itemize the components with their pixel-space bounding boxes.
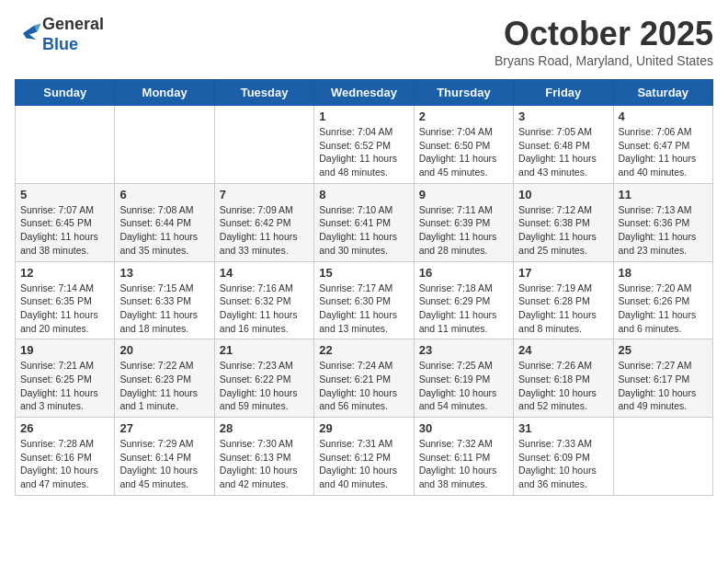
- day-info: Sunrise: 7:07 AM Sunset: 6:45 PM Dayligh…: [20, 203, 109, 258]
- calendar-day-cell: 30Sunrise: 7:32 AM Sunset: 6:11 PM Dayli…: [414, 418, 513, 496]
- day-number: 6: [119, 188, 209, 201]
- weekday-header: Friday: [514, 80, 613, 106]
- day-info: Sunrise: 7:17 AM Sunset: 6:30 PM Dayligh…: [319, 282, 408, 336]
- calendar-day-cell: 22Sunrise: 7:24 AM Sunset: 6:21 PM Dayli…: [314, 339, 414, 418]
- calendar-week-row: 1Sunrise: 7:04 AM Sunset: 6:52 PM Daylig…: [16, 106, 713, 184]
- calendar-day-cell: 14Sunrise: 7:16 AM Sunset: 6:32 PM Dayli…: [214, 261, 313, 339]
- day-info: Sunrise: 7:30 AM Sunset: 6:13 PM Dayligh…: [220, 437, 309, 491]
- calendar-day-cell: 6Sunrise: 7:08 AM Sunset: 6:44 PM Daylig…: [115, 183, 214, 261]
- day-number: 20: [119, 343, 209, 357]
- day-info: Sunrise: 7:10 AM Sunset: 6:41 PM Dayligh…: [319, 203, 408, 258]
- day-number: 30: [419, 421, 508, 435]
- weekday-header: Sunday: [16, 80, 115, 106]
- weekday-header: Saturday: [613, 80, 712, 106]
- day-number: 26: [20, 421, 109, 435]
- weekday-header: Tuesday: [214, 80, 313, 106]
- day-number: 28: [220, 421, 309, 435]
- calendar-week-row: 12Sunrise: 7:14 AM Sunset: 6:35 PM Dayli…: [16, 261, 713, 339]
- day-number: 9: [419, 188, 508, 201]
- day-number: 21: [220, 343, 309, 357]
- calendar-table: SundayMondayTuesdayWednesdayThursdayFrid…: [15, 79, 713, 496]
- day-info: Sunrise: 7:27 AM Sunset: 6:17 PM Dayligh…: [619, 359, 708, 413]
- day-info: Sunrise: 7:12 AM Sunset: 6:38 PM Dayligh…: [518, 203, 608, 258]
- calendar-day-cell: 27Sunrise: 7:29 AM Sunset: 6:14 PM Dayli…: [115, 418, 214, 496]
- day-number: 23: [419, 343, 508, 357]
- weekday-header: Wednesday: [314, 80, 414, 106]
- day-number: 2: [419, 109, 508, 123]
- calendar-day-cell: 5Sunrise: 7:07 AM Sunset: 6:45 PM Daylig…: [16, 183, 115, 261]
- calendar-day-cell: 9Sunrise: 7:11 AM Sunset: 6:39 PM Daylig…: [414, 183, 513, 261]
- calendar-day-cell: 11Sunrise: 7:13 AM Sunset: 6:36 PM Dayli…: [613, 183, 712, 261]
- day-info: Sunrise: 7:15 AM Sunset: 6:33 PM Dayligh…: [119, 282, 209, 336]
- day-info: Sunrise: 7:31 AM Sunset: 6:12 PM Dayligh…: [319, 437, 408, 491]
- calendar-day-cell: 13Sunrise: 7:15 AM Sunset: 6:33 PM Dayli…: [115, 261, 214, 339]
- day-info: Sunrise: 7:19 AM Sunset: 6:28 PM Dayligh…: [518, 282, 608, 336]
- day-info: Sunrise: 7:04 AM Sunset: 6:50 PM Dayligh…: [419, 125, 508, 179]
- calendar-day-cell: 25Sunrise: 7:27 AM Sunset: 6:17 PM Dayli…: [613, 339, 712, 418]
- calendar-day-cell: 31Sunrise: 7:33 AM Sunset: 6:09 PM Dayli…: [514, 418, 613, 496]
- day-info: Sunrise: 7:24 AM Sunset: 6:21 PM Dayligh…: [319, 359, 408, 413]
- day-info: Sunrise: 7:28 AM Sunset: 6:16 PM Dayligh…: [20, 437, 109, 491]
- day-info: Sunrise: 7:23 AM Sunset: 6:22 PM Dayligh…: [220, 359, 309, 413]
- day-info: Sunrise: 7:21 AM Sunset: 6:25 PM Dayligh…: [20, 359, 109, 413]
- day-info: Sunrise: 7:33 AM Sunset: 6:09 PM Dayligh…: [518, 437, 608, 491]
- calendar-day-cell: 4Sunrise: 7:06 AM Sunset: 6:47 PM Daylig…: [613, 106, 712, 184]
- day-number: 14: [220, 266, 309, 280]
- day-number: 11: [619, 188, 708, 201]
- calendar-day-cell: 2Sunrise: 7:04 AM Sunset: 6:50 PM Daylig…: [414, 106, 513, 184]
- day-info: Sunrise: 7:25 AM Sunset: 6:19 PM Dayligh…: [419, 359, 508, 413]
- day-number: 29: [319, 421, 408, 435]
- day-info: Sunrise: 7:08 AM Sunset: 6:44 PM Dayligh…: [119, 203, 209, 258]
- day-number: 5: [20, 188, 109, 201]
- day-number: 31: [518, 421, 608, 435]
- day-number: 16: [419, 266, 508, 280]
- day-number: 25: [619, 343, 708, 357]
- day-number: 4: [619, 109, 708, 123]
- calendar-day-cell: 23Sunrise: 7:25 AM Sunset: 6:19 PM Dayli…: [414, 339, 513, 418]
- day-number: 18: [619, 266, 708, 280]
- calendar-week-row: 5Sunrise: 7:07 AM Sunset: 6:45 PM Daylig…: [16, 183, 713, 261]
- calendar-day-cell: 24Sunrise: 7:26 AM Sunset: 6:18 PM Dayli…: [514, 339, 613, 418]
- day-info: Sunrise: 7:06 AM Sunset: 6:47 PM Dayligh…: [619, 125, 708, 179]
- day-number: 13: [119, 266, 209, 280]
- day-info: Sunrise: 7:18 AM Sunset: 6:29 PM Dayligh…: [419, 282, 508, 336]
- logo-text: General Blue: [42, 15, 104, 54]
- day-number: 15: [319, 266, 408, 280]
- calendar-day-cell: 3Sunrise: 7:05 AM Sunset: 6:48 PM Daylig…: [514, 106, 613, 184]
- calendar-week-row: 19Sunrise: 7:21 AM Sunset: 6:25 PM Dayli…: [16, 339, 713, 418]
- calendar-day-cell: 29Sunrise: 7:31 AM Sunset: 6:12 PM Dayli…: [314, 418, 414, 496]
- day-info: Sunrise: 7:05 AM Sunset: 6:48 PM Dayligh…: [518, 125, 608, 179]
- day-info: Sunrise: 7:29 AM Sunset: 6:14 PM Dayligh…: [119, 437, 209, 491]
- day-number: 12: [20, 266, 109, 280]
- day-number: 8: [319, 188, 408, 201]
- weekday-header: Monday: [115, 80, 214, 106]
- logo: General Blue: [15, 15, 104, 54]
- day-number: 3: [518, 109, 608, 123]
- day-info: Sunrise: 7:11 AM Sunset: 6:39 PM Dayligh…: [419, 203, 508, 258]
- day-number: 22: [319, 343, 408, 357]
- day-number: 24: [518, 343, 608, 357]
- day-info: Sunrise: 7:14 AM Sunset: 6:35 PM Dayligh…: [20, 282, 109, 336]
- calendar-week-row: 26Sunrise: 7:28 AM Sunset: 6:16 PM Dayli…: [16, 418, 713, 496]
- day-number: 19: [20, 343, 109, 357]
- day-info: Sunrise: 7:16 AM Sunset: 6:32 PM Dayligh…: [220, 282, 309, 336]
- calendar-day-cell: 10Sunrise: 7:12 AM Sunset: 6:38 PM Dayli…: [514, 183, 613, 261]
- day-number: 17: [518, 266, 608, 280]
- calendar-day-cell: 1Sunrise: 7:04 AM Sunset: 6:52 PM Daylig…: [314, 106, 414, 184]
- calendar-day-cell: 28Sunrise: 7:30 AM Sunset: 6:13 PM Dayli…: [214, 418, 313, 496]
- title-area: October 2025 Bryans Road, Maryland, Unit…: [495, 15, 713, 68]
- logo-bird-icon: [17, 20, 42, 46]
- calendar-day-cell: 17Sunrise: 7:19 AM Sunset: 6:28 PM Dayli…: [514, 261, 613, 339]
- calendar-day-cell: 16Sunrise: 7:18 AM Sunset: 6:29 PM Dayli…: [414, 261, 513, 339]
- calendar-day-cell: 15Sunrise: 7:17 AM Sunset: 6:30 PM Dayli…: [314, 261, 414, 339]
- day-info: Sunrise: 7:09 AM Sunset: 6:42 PM Dayligh…: [220, 203, 309, 258]
- day-info: Sunrise: 7:32 AM Sunset: 6:11 PM Dayligh…: [419, 437, 508, 491]
- calendar-day-cell: [613, 418, 712, 496]
- calendar-day-cell: 7Sunrise: 7:09 AM Sunset: 6:42 PM Daylig…: [214, 183, 313, 261]
- day-number: 27: [119, 421, 209, 435]
- calendar-day-cell: 12Sunrise: 7:14 AM Sunset: 6:35 PM Dayli…: [16, 261, 115, 339]
- day-number: 1: [319, 109, 408, 123]
- page-header: General Blue October 2025 Bryans Road, M…: [15, 15, 713, 68]
- svg-marker-0: [23, 25, 37, 39]
- calendar-day-cell: [115, 106, 214, 184]
